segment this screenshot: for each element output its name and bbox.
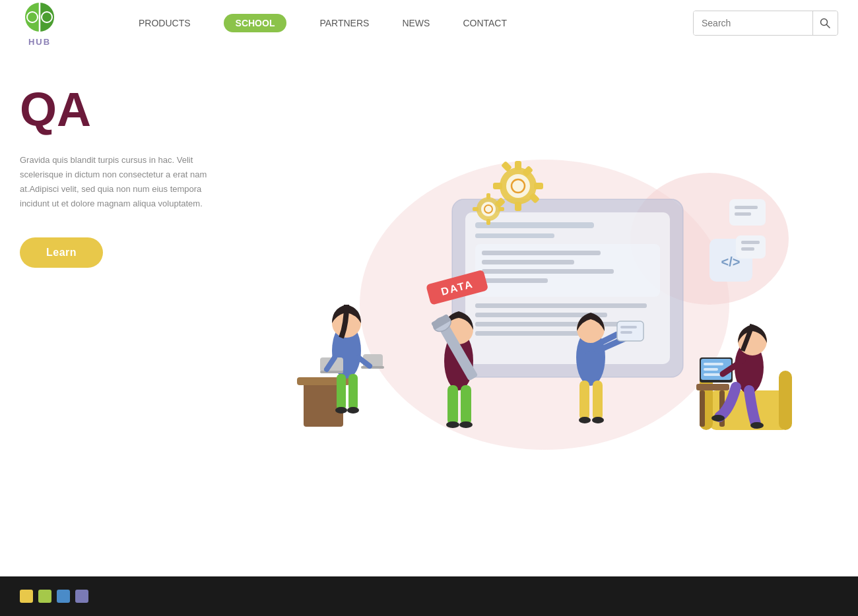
svg-point-53	[335, 407, 347, 414]
hero-description: Gravida quis blandit turpis cursus in ha…	[20, 153, 218, 211]
nav-contact[interactable]: CONTACT	[463, 18, 507, 28]
footer-dot-4	[75, 590, 88, 603]
svg-rect-12	[482, 251, 601, 255]
svg-rect-13	[482, 260, 574, 264]
hero-text: QA Gravida quis blandit turpis cursus in…	[20, 73, 244, 576]
svg-rect-19	[475, 331, 581, 336]
logo-text: HUB	[28, 37, 51, 47]
svg-rect-36	[498, 207, 504, 211]
svg-rect-85	[696, 384, 729, 390]
svg-rect-10	[475, 233, 554, 238]
svg-rect-81	[620, 331, 632, 334]
search-button[interactable]	[812, 11, 837, 35]
svg-point-66	[459, 421, 473, 428]
footer-dot-2	[38, 590, 51, 603]
svg-rect-16	[475, 303, 647, 308]
page-title: QA	[20, 86, 244, 133]
svg-point-54	[347, 407, 359, 414]
svg-rect-26	[493, 183, 502, 189]
logo[interactable]: HUB	[20, 0, 59, 47]
nav-partners[interactable]: PARTNERS	[319, 18, 369, 28]
svg-rect-43	[736, 235, 766, 259]
svg-rect-45	[741, 247, 754, 251]
search-icon	[820, 18, 830, 28]
svg-point-75	[592, 417, 604, 423]
svg-rect-72	[579, 381, 589, 420]
svg-point-32	[481, 202, 496, 216]
nav-news[interactable]: NEWS	[402, 18, 430, 28]
footer-dot-3	[57, 590, 70, 603]
illustration-svg: </> DATA	[261, 133, 822, 516]
svg-rect-23	[515, 161, 521, 170]
svg-rect-91	[704, 368, 718, 371]
svg-point-94	[711, 415, 725, 421]
illustration: </> DATA	[244, 73, 838, 576]
svg-rect-44	[741, 241, 760, 244]
svg-rect-24	[515, 202, 521, 211]
nav-school[interactable]: SCHOOL	[224, 14, 287, 32]
svg-rect-25	[534, 183, 543, 189]
search-input[interactable]	[694, 11, 812, 35]
svg-point-74	[579, 417, 591, 423]
svg-rect-52	[348, 374, 358, 410]
footer-dot-1	[20, 590, 33, 603]
svg-rect-42	[735, 212, 751, 216]
main-content: QA Gravida quis blandit turpis cursus in…	[0, 46, 858, 576]
search-area	[693, 11, 838, 36]
svg-rect-63	[447, 385, 458, 425]
svg-rect-9	[475, 222, 594, 228]
svg-rect-90	[704, 363, 723, 365]
svg-rect-59	[361, 366, 384, 369]
learn-button[interactable]: Learn	[20, 237, 103, 268]
svg-rect-92	[704, 373, 721, 376]
svg-rect-64	[461, 385, 471, 425]
svg-rect-35	[486, 219, 490, 225]
svg-rect-34	[486, 193, 490, 199]
svg-rect-84	[779, 371, 792, 430]
header: HUB PRODUCTS SCHOOL PARTNERS NEWS CONTAC…	[0, 0, 858, 46]
svg-rect-73	[593, 381, 603, 420]
svg-rect-41	[735, 206, 758, 209]
svg-point-0	[27, 12, 38, 22]
svg-line-4	[827, 25, 830, 28]
svg-rect-86	[700, 390, 705, 427]
svg-point-65	[446, 421, 459, 428]
svg-rect-57	[320, 371, 343, 373]
footer	[0, 576, 858, 616]
logo-icon	[20, 0, 59, 36]
svg-rect-14	[482, 269, 614, 274]
nav: PRODUCTS SCHOOL PARTNERS NEWS CONTACT	[139, 14, 693, 32]
svg-rect-80	[620, 326, 637, 328]
svg-rect-51	[337, 374, 346, 410]
svg-rect-15	[482, 278, 548, 283]
svg-rect-37	[473, 207, 478, 211]
svg-point-95	[750, 422, 764, 429]
nav-products[interactable]: PRODUCTS	[139, 18, 191, 28]
svg-point-21	[506, 174, 530, 198]
svg-point-1	[42, 12, 52, 22]
